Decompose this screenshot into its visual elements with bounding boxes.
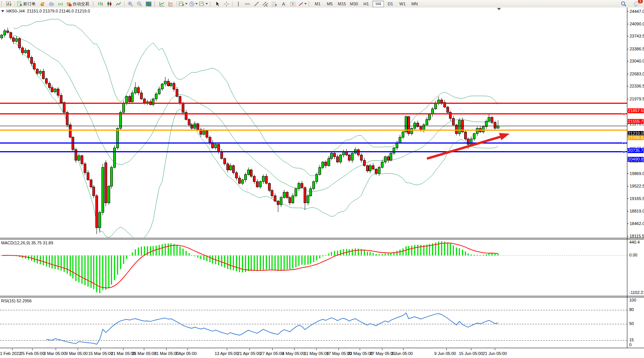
new-order-button[interactable]: 新订单 [16,0,38,7]
vertical-line-button[interactable] [234,0,243,7]
price-axis-tick: 22683.0 [627,72,644,77]
time-axis-label: 25 Feb 05:00 [20,351,45,356]
objects-list-icon [168,1,174,7]
bar-chart-button[interactable] [96,0,105,7]
macd-pane: MACD(12,26,9) 35.75 31.89 440.40.00-1102… [0,239,644,296]
time-axis-label: 2 Jun 05:00 [391,351,413,356]
time-axis-label: 15 Jun 05:00 [459,351,483,356]
gold-button[interactable] [38,0,47,7]
channel-button[interactable]: E [261,0,270,7]
arrows-button[interactable] [297,0,307,7]
cloud-button[interactable] [47,0,56,7]
search-button[interactable] [619,0,628,7]
periods-button[interactable] [188,0,198,7]
timeframe-button-w1[interactable]: W1 [397,1,408,7]
time-axis-tick [249,349,250,350]
objects-list-button[interactable] [166,0,175,7]
price-axis-highlight-label: 21857.5 [628,108,644,113]
cursor-icon [215,1,220,7]
zoom-in-button[interactable] [126,0,135,7]
timeframe-button-mn[interactable]: MN [409,1,420,7]
toolbar-drag-handle[interactable] [1,2,3,6]
add-indicator-button[interactable] [178,0,188,7]
toolbar-separator [232,1,232,7]
text-button[interactable]: A [279,0,288,7]
fibonacci-icon: F [271,1,278,7]
notifications-button[interactable]: 1 [632,0,641,7]
cursor-button[interactable] [213,0,222,7]
timeframe-button-h1[interactable]: H1 [360,1,372,7]
time-axis[interactable]: 1 Feb 202225 Feb 05:003 Mar 05:009 Mar 0… [0,349,644,358]
autotrading-button[interactable]: 自动交易 [65,0,92,7]
time-axis-tick [187,349,188,350]
timeframe-button-d1[interactable]: D1 [385,1,396,7]
dropdown-arrow-icon [206,3,208,5]
horizontal-line-icon [245,1,250,7]
price-axis-tick: 19869.0 [627,171,644,176]
notification-badge: 1 [638,0,643,4]
toolbar-drag-handle[interactable] [210,2,211,6]
bar-chart-icon [98,1,103,7]
tile-windows-button[interactable] [144,0,153,7]
toolbar-drag-handle[interactable] [154,2,156,6]
dropdown-arrow-icon [304,3,307,5]
time-axis-tick [294,349,295,350]
trendline-button[interactable] [252,0,261,7]
search-icon [621,1,627,7]
time-axis-label: 27 Apr 05:00 [260,351,284,356]
time-axis-tick [338,349,339,350]
toolbar-drag-handle[interactable] [93,2,94,6]
time-axis-tick [100,349,101,350]
macd-canvas[interactable] [0,239,627,295]
signal-button[interactable] [56,0,65,7]
timeframe-button-m5[interactable]: M5 [324,1,335,7]
time-axis-label: 23 May 05:00 [348,351,373,356]
toolbar-separator [176,1,177,7]
price-axis-highlight-label: 20735.7 [628,148,644,153]
time-axis-label: 21 Jun 05:00 [483,351,507,356]
autotrading-icon [66,1,72,7]
crosshair-icon [224,1,229,7]
time-axis-label: 13 Apr 05:00 [215,351,238,356]
rsi-axis-label-0: 0 [629,342,632,347]
svg-text:T: T [292,2,294,6]
horizontal-line-button[interactable] [243,0,252,7]
templates-button[interactable] [198,0,209,7]
line-chart-button[interactable] [114,0,123,7]
timeframe-button-h4[interactable]: H4 [373,1,384,7]
time-axis-tick [382,349,382,350]
zoom-in-icon [128,1,133,7]
price-axis-tick: 18115.5 [627,234,644,239]
new-chart-button[interactable] [4,0,13,7]
time-axis-label: 21 Apr 05:00 [237,351,261,356]
time-axis-label: 25 Mar 05:00 [132,351,156,356]
macd-axis-min: -1102.21 [629,290,644,295]
timeframe-button-m30[interactable]: M30 [348,1,360,7]
indicator-list-button[interactable] [157,0,166,7]
timeframe-button-m15[interactable]: M15 [336,1,348,7]
chart-title: HK50-,H4 21151.0 21379.0 21146.0 21219.0 [1,9,90,13]
crosshair-button[interactable] [222,0,231,7]
new-order-label: 新订单 [22,1,37,7]
fibonacci-button[interactable]: F [270,0,279,7]
price-axis-tick: 19522.5 [627,184,644,189]
macd-axis-max: 440.4 [629,240,640,244]
text-label-button[interactable]: T [288,0,297,7]
rsi-canvas[interactable] [0,297,627,347]
price-axis-tick: 23040.0 [627,59,644,64]
price-axis[interactable]: 24447.024090.023743.523386.523040.022683… [627,8,644,348]
toolbar: 新订单 自动交易 [0,0,644,8]
price-axis-highlight-label: 20490.8 [628,157,644,162]
zoom-out-icon [137,1,142,7]
trend-arrow[interactable] [0,8,627,238]
candlestick-chart-button[interactable] [105,0,114,7]
time-axis-tick [272,349,273,350]
time-axis-label: 9 Mar 05:00 [65,351,88,356]
symbol-dropdown-icon[interactable] [1,10,4,12]
toolbar-right: 1 [619,0,644,7]
line-chart-icon [116,1,122,7]
zoom-out-button[interactable] [135,0,144,7]
add-indicator-icon [179,1,184,7]
toolbar-drag-handle[interactable] [309,2,310,6]
timeframe-button-m1[interactable]: M1 [312,1,323,7]
